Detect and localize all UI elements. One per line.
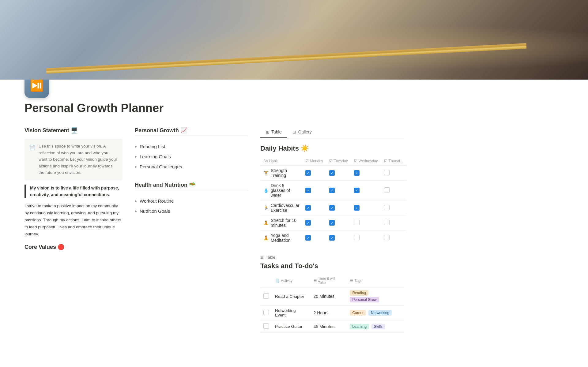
task-activity: Read a Chapter [275,294,304,299]
task-checkbox-unchecked[interactable] [263,310,269,315]
core-values-heading: Core Values 🔴 [24,244,123,250]
learning-goals-item[interactable]: ▶ Learning Goals [135,152,248,162]
task-tags-cell: LearningSkills [347,320,404,333]
check-icon: ☑ [305,159,309,163]
checkbox-checked[interactable]: ✓ [354,170,360,176]
tuesday-cell[interactable]: ✓ [326,230,351,245]
reading-list-item[interactable]: ▶ Reading List [135,141,248,152]
col-monday: ☑ Monday [302,157,326,166]
check-icon: ☑ [329,159,333,163]
tasks-table-label[interactable]: ⊞ Table [260,255,404,260]
task-tags-cell: ReadingPersonal Grow [347,287,404,305]
task-check-cell[interactable] [260,305,272,320]
habit-label: Cardiovascular Exercise [271,203,299,213]
habit-row: 🧘 Yoga and Meditation ✓ ✓ [260,230,406,245]
list-icon: 🗒️ [275,279,280,283]
checkbox-checked[interactable]: ✓ [329,170,335,176]
wednesday-cell[interactable]: ✓ [351,200,381,215]
habit-row: 🏋️ Strength Training ✓ ✓ ✓ [260,166,406,181]
thursday-cell[interactable] [381,215,406,230]
task-activity: Networking Event [275,308,296,317]
task-check-cell[interactable] [260,287,272,305]
tuesday-cell[interactable]: ✓ [326,200,351,215]
checkbox-unchecked[interactable] [354,235,360,240]
monday-cell[interactable]: ✓ [302,215,326,230]
col-check [260,274,272,287]
thursday-cell[interactable] [381,230,406,245]
wednesday-cell[interactable]: ✓ [351,181,381,200]
checkbox-unchecked[interactable] [384,187,390,193]
checkbox-checked[interactable]: ✓ [305,170,311,176]
divider-2 [135,190,248,190]
checkbox-checked[interactable]: ✓ [354,188,360,193]
checkbox-checked[interactable]: ✓ [329,188,335,193]
thursday-cell[interactable] [381,200,406,215]
daily-habits-title: Daily Habits ☀️ [260,144,309,152]
personal-challenges-item[interactable]: ▶ Personal Challenges [135,162,248,172]
task-row: Practice Guitar 45 Minutes LearningSkill… [260,320,404,333]
task-time-cell: 20 Minutes [311,287,347,305]
thursday-cell[interactable] [381,166,406,181]
checkbox-unchecked[interactable] [384,170,390,175]
task-check-cell[interactable] [260,320,272,333]
habit-emoji: 🧘 [263,220,269,225]
checkbox-checked[interactable]: ✓ [305,235,311,241]
workout-routine-item[interactable]: ▶ Workout Routine [135,196,248,206]
monday-cell[interactable]: ✓ [302,230,326,245]
checkbox-checked[interactable]: ✓ [329,205,335,211]
checkbox-checked[interactable]: ✓ [329,220,335,226]
task-time: 2 Hours [314,310,329,315]
nutrition-goals-item[interactable]: ▶ Nutrition Goals [135,206,248,216]
tab-table[interactable]: ⊞ Table [260,127,287,138]
habit-label: Yoga and Meditation [271,233,299,243]
task-activity: Practice Guitar [275,324,302,329]
vision-body: I strive to make a positive impact on my… [24,203,123,238]
monday-cell[interactable]: ✓ [302,181,326,200]
doc-icon: 📄 [29,144,36,152]
wednesday-cell[interactable]: ✓ [351,166,381,181]
divider [135,136,248,136]
arrow-icon: ▶ [135,165,137,168]
col-tuesday: ☑ Tuesday [326,157,351,166]
wednesday-cell[interactable] [351,230,381,245]
daily-habits-header: Daily Habits ☀️ [260,144,404,152]
checkbox-unchecked[interactable] [384,235,390,240]
wednesday-cell[interactable] [351,215,381,230]
time-icon: ☰ [314,279,317,283]
hero-banner [0,0,588,80]
tuesday-cell[interactable]: ✓ [326,166,351,181]
tuesday-cell[interactable]: ✓ [326,181,351,200]
checkbox-checked[interactable]: ✓ [305,220,311,226]
col-thursday: ☑ Thursd... [381,157,406,166]
tuesday-cell[interactable]: ✓ [326,215,351,230]
checkbox-checked[interactable]: ✓ [305,188,311,193]
habit-emoji: 💧 [263,188,269,193]
arrow-icon: ▶ [135,209,137,213]
checkbox-unchecked[interactable] [384,205,390,210]
checkbox-checked[interactable]: ✓ [329,235,335,241]
arrow-icon: ▶ [135,155,137,158]
col-type: Aa Habit [260,157,302,166]
habit-name-cell: 🧘 Stretch for 10 minutes [260,215,302,230]
habit-emoji: 🏃 [263,205,269,210]
habit-row: 🏃 Cardiovascular Exercise ✓ ✓ ✓ [260,200,406,215]
checkbox-checked[interactable]: ✓ [354,205,360,211]
vision-heading: Vision Statement 🖥️ [24,127,123,134]
task-checkbox-unchecked[interactable] [263,323,269,329]
monday-cell[interactable]: ✓ [302,166,326,181]
tab-gallery[interactable]: ⊡ Gallery [287,127,317,138]
task-time: 45 Minutes [314,324,334,329]
gallery-icon: ⊡ [292,129,296,134]
tag-career: Career [350,310,366,316]
checkbox-unchecked[interactable] [384,220,390,225]
habits-tabs: ⊞ Table ⊡ Gallery [260,127,404,138]
checkbox-checked[interactable]: ✓ [305,205,311,211]
vision-blockquote: My vision is to live a life filled with … [24,185,123,198]
thursday-cell[interactable] [381,181,406,200]
monday-cell[interactable]: ✓ [302,200,326,215]
task-time: 20 Minutes [314,294,334,299]
habit-emoji: 🏋️ [263,170,269,175]
task-checkbox-unchecked[interactable] [263,293,269,299]
checkbox-unchecked[interactable] [354,220,360,225]
type-icon: Aa [263,159,268,163]
